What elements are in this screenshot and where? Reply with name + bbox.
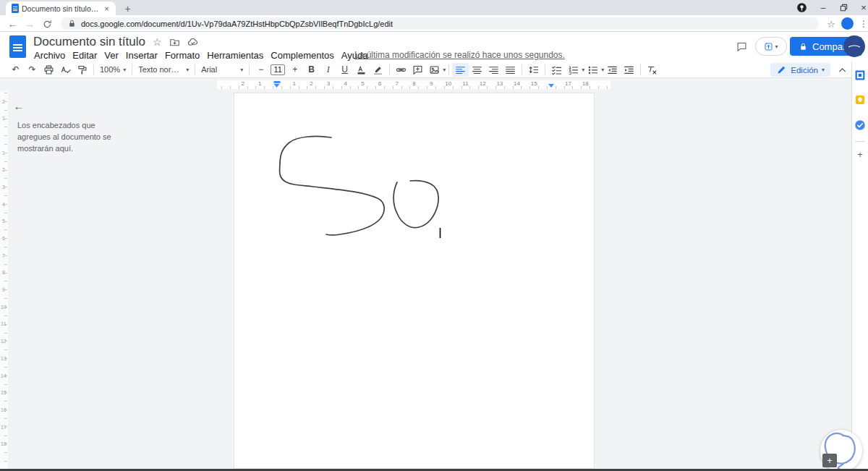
clear-formatting-button[interactable]: [644, 63, 660, 77]
editing-mode-dropdown[interactable]: Edición ▾: [770, 63, 830, 77]
align-left-button[interactable]: [452, 63, 469, 77]
toolbar-divider: [522, 64, 522, 75]
font-dropdown[interactable]: Arial ▾: [198, 63, 246, 77]
open-comments-button[interactable]: [733, 38, 750, 55]
styles-value: Texto norm...: [138, 65, 183, 74]
document-workspace: 21123456789101112131415161718 ← Los enca…: [0, 91, 868, 469]
media-control-icon[interactable]: [793, 1, 809, 14]
redo-button[interactable]: ↷: [24, 63, 41, 77]
window-close-button[interactable]: ×: [856, 1, 868, 14]
toolbar-divider: [195, 64, 195, 75]
insert-link-button[interactable]: [393, 63, 409, 77]
document-title-row: Documento sin título ☆: [33, 35, 198, 49]
browser-forward-button[interactable]: →: [23, 17, 36, 30]
present-screen-icon: [764, 42, 773, 51]
side-panel: + ›: [851, 61, 868, 471]
bold-button[interactable]: B: [303, 63, 320, 77]
decrease-font-size-button[interactable]: −: [252, 63, 269, 77]
right-indent-marker[interactable]: [548, 84, 554, 88]
horizontal-ruler-row: 211234567891011121314151718: [0, 78, 868, 91]
menu-item[interactable]: Formato: [161, 50, 203, 61]
text-color-button[interactable]: [353, 63, 370, 77]
hide-menus-button[interactable]: [834, 63, 851, 77]
font-value: Arial: [201, 65, 237, 74]
paragraph-styles-dropdown[interactable]: Texto norm... ▾: [135, 63, 192, 77]
browser-menu-dots-icon[interactable]: ⋮: [858, 17, 868, 30]
increase-font-size-button[interactable]: +: [286, 63, 303, 77]
chevron-down-icon[interactable]: ▾: [443, 67, 446, 73]
underline-button[interactable]: U: [336, 63, 353, 77]
move-folder-icon[interactable]: [169, 37, 180, 48]
chevron-down-icon: ▾: [240, 67, 243, 73]
numbered-list-button[interactable]: [565, 63, 582, 77]
editing-toolbar: ↶ ↷ 100% ▾ Texto norm... ▾ Arial ▾ − 11 …: [0, 61, 868, 78]
zoom-value: 100%: [100, 65, 120, 74]
menu-item[interactable]: Insertar: [122, 50, 161, 61]
google-calendar-icon[interactable]: [854, 69, 866, 81]
account-avatar[interactable]: [843, 35, 865, 57]
undo-button[interactable]: ↶: [7, 63, 24, 77]
spellcheck-button[interactable]: [57, 63, 74, 77]
browser-reload-button[interactable]: [41, 17, 54, 30]
browser-back-button[interactable]: ←: [6, 17, 19, 30]
tab-title: Documento sin título - Docume: [22, 4, 99, 13]
toolbar-divider: [545, 64, 545, 75]
justify-button[interactable]: [502, 63, 519, 77]
first-line-indent-marker[interactable]: [274, 81, 281, 83]
left-indent-marker[interactable]: [274, 81, 281, 88]
chevron-down-icon: ▾: [822, 67, 825, 73]
align-right-button[interactable]: [485, 63, 502, 77]
italic-button[interactable]: I: [320, 63, 336, 77]
join-call-button[interactable]: ▾: [755, 37, 787, 56]
menu-item[interactable]: Herramientas: [203, 50, 267, 61]
annotation-tool-icon[interactable]: +: [822, 454, 837, 467]
print-button[interactable]: [41, 63, 57, 77]
insert-image-button[interactable]: [426, 63, 443, 77]
menu-item[interactable]: Archivo: [30, 50, 69, 61]
star-document-icon[interactable]: ☆: [153, 36, 162, 48]
left-margin-triangle[interactable]: [274, 84, 280, 88]
menu-item[interactable]: Ver: [101, 50, 122, 61]
last-modified-link[interactable]: La última modificación se realizó hace u…: [354, 50, 565, 60]
add-comment-button[interactable]: [409, 63, 426, 77]
outline-empty-placeholder: Los encabezados que agregues al document…: [17, 120, 114, 155]
close-outline-back-arrow[interactable]: ←: [12, 98, 26, 113]
checklist-button[interactable]: [548, 63, 565, 77]
get-addons-button[interactable]: +: [854, 148, 866, 160]
window-minimize-button[interactable]: –: [815, 1, 831, 14]
toolbar-divider: [93, 64, 94, 75]
lock-icon: [799, 42, 808, 51]
bulleted-list-button[interactable]: [584, 63, 601, 77]
line-spacing-button[interactable]: [525, 63, 542, 77]
menu-item[interactable]: Editar: [69, 50, 101, 61]
google-keep-icon[interactable]: [854, 94, 866, 106]
window-restore-button[interactable]: [835, 1, 851, 14]
decrease-indent-button[interactable]: [604, 63, 621, 77]
cloud-saved-icon[interactable]: [187, 37, 198, 48]
address-bar[interactable]: docs.google.com/document/d/1Uv-Vp79daA79…: [61, 17, 819, 30]
handwritten-drawing: [234, 93, 594, 468]
document-title[interactable]: Documento sin título: [33, 35, 145, 49]
zoom-dropdown[interactable]: 100% ▾: [97, 63, 129, 77]
font-size-input[interactable]: 11: [271, 64, 285, 75]
google-docs-logo[interactable]: [9, 35, 26, 58]
google-tasks-icon[interactable]: [854, 119, 866, 131]
pencil-icon: [776, 64, 787, 75]
bookmark-star-icon[interactable]: ☆: [825, 17, 838, 30]
https-lock-icon: [67, 19, 77, 28]
toolbar-divider: [132, 64, 132, 75]
tab-close-icon[interactable]: ×: [102, 4, 111, 13]
new-tab-button[interactable]: +: [122, 2, 134, 14]
highlight-color-button[interactable]: [370, 63, 386, 77]
document-page[interactable]: [234, 93, 595, 469]
paint-format-button[interactable]: [74, 63, 90, 77]
browser-profile-avatar[interactable]: [841, 17, 854, 30]
mode-value: Edición: [791, 66, 818, 75]
url-text[interactable]: docs.google.com/document/d/1Uv-Vp79daA79…: [81, 20, 393, 28]
menu-item[interactable]: Complementos: [267, 50, 337, 61]
align-center-button[interactable]: [469, 63, 485, 77]
browser-tab[interactable]: Documento sin título - Docume ×: [6, 1, 116, 15]
chevron-down-icon: ▾: [186, 67, 189, 73]
increase-indent-button[interactable]: [621, 63, 637, 77]
right-margin-triangle[interactable]: [548, 84, 554, 88]
